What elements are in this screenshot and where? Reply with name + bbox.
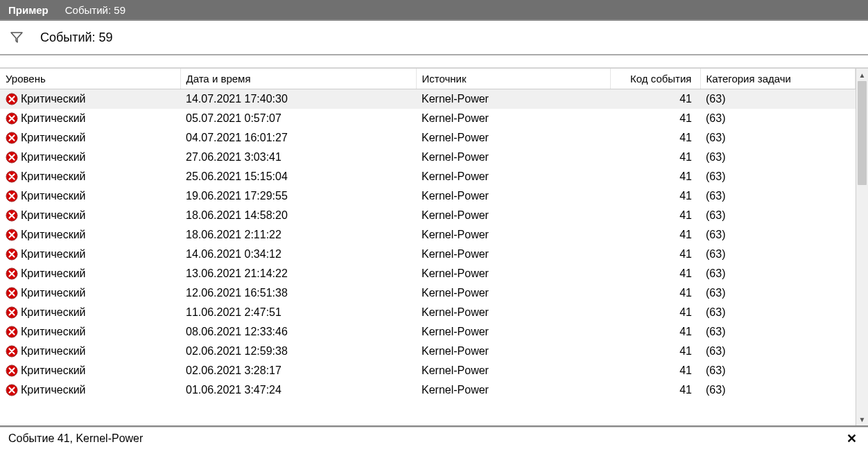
- table-row[interactable]: Критический04.07.2021 16:01:27Kernel-Pow…: [0, 128, 856, 148]
- window-title: Пример: [8, 4, 49, 16]
- cell-category: (63): [700, 128, 856, 148]
- table-row[interactable]: Критический18.06.2021 2:11:22Kernel-Powe…: [0, 225, 856, 245]
- cell-level: Критический: [21, 345, 86, 358]
- cell-datetime: 04.07.2021 16:01:27: [180, 128, 416, 148]
- table-row[interactable]: Критический11.06.2021 2:47:51Kernel-Powe…: [0, 303, 856, 322]
- error-critical-icon: [6, 326, 18, 338]
- error-critical-icon: [6, 306, 18, 319]
- cell-level: Критический: [21, 132, 86, 144]
- cell-code: 41: [610, 148, 700, 167]
- scroll-up-arrow-icon[interactable]: ▲: [856, 69, 868, 81]
- cell-source: Kernel-Power: [416, 245, 610, 264]
- cell-category: (63): [700, 303, 856, 322]
- error-critical-icon: [6, 229, 18, 241]
- table-row[interactable]: Критический13.06.2021 21:14:22Kernel-Pow…: [0, 264, 856, 283]
- cell-code: 41: [610, 167, 700, 186]
- error-critical-icon: [6, 170, 18, 183]
- cell-datetime: 19.06.2021 17:29:55: [180, 186, 416, 206]
- close-icon[interactable]: ✕: [844, 431, 860, 446]
- table-row[interactable]: Критический25.06.2021 15:15:04Kernel-Pow…: [0, 167, 856, 186]
- cell-level: Критический: [21, 306, 86, 319]
- filter-bar: Событий: 59: [0, 19, 868, 55]
- cell-datetime: 12.06.2021 16:51:38: [180, 283, 416, 303]
- table-row[interactable]: Критический14.07.2021 17:40:30Kernel-Pow…: [0, 89, 856, 109]
- col-header-category[interactable]: Категория задачи: [700, 69, 856, 89]
- cell-source: Kernel-Power: [416, 380, 610, 400]
- cell-category: (63): [700, 361, 856, 380]
- col-header-code[interactable]: Код события: [610, 69, 700, 89]
- cell-source: Kernel-Power: [416, 186, 610, 206]
- table-row[interactable]: Критический08.06.2021 12:33:46Kernel-Pow…: [0, 322, 856, 342]
- cell-category: (63): [700, 89, 856, 109]
- cell-category: (63): [700, 342, 856, 361]
- cell-category: (63): [700, 109, 856, 128]
- vertical-scrollbar[interactable]: ▲ ▼: [856, 69, 868, 425]
- cell-level: Критический: [21, 287, 86, 299]
- col-header-level[interactable]: Уровень: [0, 69, 180, 89]
- cell-code: 41: [610, 303, 700, 322]
- cell-datetime: 05.07.2021 0:57:07: [180, 109, 416, 128]
- col-header-source[interactable]: Источник: [416, 69, 610, 89]
- error-critical-icon: [6, 384, 18, 396]
- table-row[interactable]: Критический02.06.2021 12:59:38Kernel-Pow…: [0, 342, 856, 361]
- cell-source: Kernel-Power: [416, 361, 610, 380]
- cell-datetime: 08.06.2021 12:33:46: [180, 322, 416, 342]
- cell-level: Критический: [21, 209, 86, 222]
- cell-category: (63): [700, 264, 856, 283]
- cell-level: Критический: [21, 326, 86, 338]
- error-critical-icon: [6, 151, 18, 164]
- cell-datetime: 18.06.2021 2:11:22: [180, 225, 416, 245]
- cell-source: Kernel-Power: [416, 167, 610, 186]
- col-header-datetime[interactable]: Дата и время: [180, 69, 416, 89]
- filter-count-label: Событий: 59: [40, 30, 113, 45]
- cell-level: Критический: [21, 151, 86, 164]
- cell-code: 41: [610, 206, 700, 225]
- error-critical-icon: [6, 190, 18, 202]
- cell-source: Kernel-Power: [416, 322, 610, 342]
- cell-datetime: 14.06.2021 0:34:12: [180, 245, 416, 264]
- table-row[interactable]: Критический02.06.2021 3:28:17Kernel-Powe…: [0, 361, 856, 380]
- cell-datetime: 14.07.2021 17:40:30: [180, 89, 416, 109]
- cell-category: (63): [700, 186, 856, 206]
- title-subtitle: Событий: 59: [65, 4, 125, 16]
- table-row[interactable]: Критический27.06.2021 3:03:41Kernel-Powe…: [0, 148, 856, 167]
- cell-category: (63): [700, 167, 856, 186]
- scroll-down-arrow-icon[interactable]: ▼: [856, 413, 868, 425]
- error-critical-icon: [6, 267, 18, 280]
- cell-code: 41: [610, 361, 700, 380]
- filter-funnel-icon[interactable]: [10, 30, 24, 44]
- table-row[interactable]: Критический19.06.2021 17:29:55Kernel-Pow…: [0, 186, 856, 206]
- detail-pane-header: Событие 41, Kernel-Power ✕: [0, 427, 868, 449]
- cell-datetime: 01.06.2021 3:47:24: [180, 380, 416, 400]
- cell-level: Критический: [21, 229, 86, 241]
- cell-source: Kernel-Power: [416, 89, 610, 109]
- cell-code: 41: [610, 283, 700, 303]
- detail-title: Событие 41, Kernel-Power: [8, 432, 143, 445]
- table-row[interactable]: Критический12.06.2021 16:51:38Kernel-Pow…: [0, 283, 856, 303]
- cell-datetime: 27.06.2021 3:03:41: [180, 148, 416, 167]
- cell-level: Критический: [21, 364, 86, 377]
- cell-source: Kernel-Power: [416, 303, 610, 322]
- cell-code: 41: [610, 264, 700, 283]
- title-bar: Пример Событий: 59: [0, 0, 868, 19]
- cell-category: (63): [700, 283, 856, 303]
- cell-level: Критический: [21, 170, 86, 183]
- cell-category: (63): [700, 380, 856, 400]
- table-row[interactable]: Критический05.07.2021 0:57:07Kernel-Powe…: [0, 109, 856, 128]
- table-row[interactable]: Критический01.06.2021 3:47:24Kernel-Powe…: [0, 380, 856, 400]
- table-row[interactable]: Критический14.06.2021 0:34:12Kernel-Powe…: [0, 245, 856, 264]
- cell-datetime: 25.06.2021 15:15:04: [180, 167, 416, 186]
- table-row[interactable]: Критический18.06.2021 14:58:20Kernel-Pow…: [0, 206, 856, 225]
- cell-datetime: 13.06.2021 21:14:22: [180, 264, 416, 283]
- error-critical-icon: [6, 112, 18, 125]
- scrollbar-thumb[interactable]: [858, 81, 867, 185]
- cell-source: Kernel-Power: [416, 206, 610, 225]
- cell-code: 41: [610, 89, 700, 109]
- cell-source: Kernel-Power: [416, 264, 610, 283]
- error-critical-icon: [6, 132, 18, 144]
- cell-level: Критический: [21, 112, 86, 125]
- cell-category: (63): [700, 206, 856, 225]
- cell-datetime: 18.06.2021 14:58:20: [180, 206, 416, 225]
- cell-source: Kernel-Power: [416, 109, 610, 128]
- cell-source: Kernel-Power: [416, 148, 610, 167]
